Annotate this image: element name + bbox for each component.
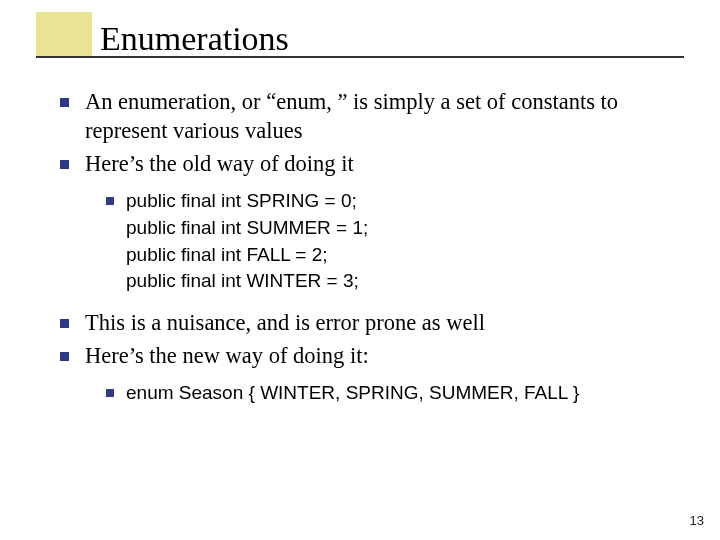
code-line: public final int FALL = 2; <box>126 242 684 269</box>
bullet-square-icon <box>60 352 69 361</box>
bullet-square-icon <box>106 197 114 205</box>
slide-title: Enumerations <box>36 18 720 58</box>
bullet-text: Here’s the old way of doing it <box>85 150 684 179</box>
bullet-text: Here’s the new way of doing it: <box>85 342 684 371</box>
title-bar: Enumerations <box>0 0 720 58</box>
bullet-text: This is a nuisance, and is error prone a… <box>85 309 684 338</box>
code-block: public final int SPRING = 0; public fina… <box>126 188 684 294</box>
code-line: public final int WINTER = 3; <box>126 268 684 295</box>
bullet-level1: Here’s the old way of doing it <box>60 150 684 179</box>
bullet-square-icon <box>106 389 114 397</box>
bullet-text: An enumeration, or “enum, ” is simply a … <box>85 88 684 146</box>
bullet-level2: enum Season { WINTER, SPRING, SUMMER, FA… <box>60 380 684 407</box>
page-number: 13 <box>690 513 704 528</box>
code-block: enum Season { WINTER, SPRING, SUMMER, FA… <box>126 380 684 407</box>
bullet-level1: This is a nuisance, and is error prone a… <box>60 309 684 338</box>
bullet-square-icon <box>60 98 69 107</box>
bullet-level1: Here’s the new way of doing it: <box>60 342 684 371</box>
code-line: public final int SPRING = 0; <box>126 188 684 215</box>
bullet-level2: public final int SPRING = 0; public fina… <box>60 188 684 294</box>
bullet-square-icon <box>60 160 69 169</box>
bullet-level1: An enumeration, or “enum, ” is simply a … <box>60 88 684 146</box>
code-line: enum Season { WINTER, SPRING, SUMMER, FA… <box>126 380 684 407</box>
slide-content: An enumeration, or “enum, ” is simply a … <box>0 58 720 407</box>
bullet-square-icon <box>60 319 69 328</box>
code-line: public final int SUMMER = 1; <box>126 215 684 242</box>
